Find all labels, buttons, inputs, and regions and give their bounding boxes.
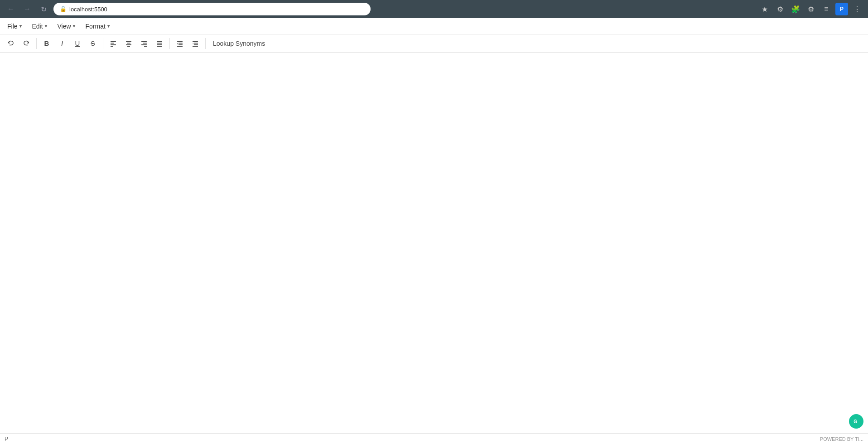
profile-icon[interactable]: P [835, 3, 848, 15]
underline-icon: U [75, 39, 80, 47]
separator-3 [169, 38, 170, 49]
menu-format[interactable]: Format ▼ [82, 21, 115, 32]
forward-button[interactable]: → [21, 3, 34, 15]
strikethrough-button[interactable]: S [86, 36, 100, 51]
profile-icon-text: P [840, 6, 844, 12]
lookup-synonyms-label: Lookup Synonyms [213, 40, 265, 47]
puzzle-button[interactable]: ⚙ [805, 3, 817, 15]
svg-rect-10 [141, 44, 147, 45]
menu-bar: File ▼ Edit ▼ View ▼ Format ▼ [0, 18, 868, 34]
align-center-button[interactable] [121, 36, 136, 51]
browser-chrome: ← → ↻ 🔓 localhost:5500 ★ ⚙ 🧩 ⚙ ≡ P ⋮ [0, 0, 868, 18]
svg-rect-6 [126, 44, 131, 45]
separator-1 [36, 38, 37, 49]
url-text: localhost:5500 [69, 6, 107, 13]
svg-rect-17 [178, 43, 183, 43]
align-right-button[interactable] [137, 36, 151, 51]
svg-rect-22 [194, 44, 198, 45]
extensions-button[interactable]: 🧩 [789, 3, 802, 15]
reload-button[interactable]: ↻ [37, 3, 50, 15]
svg-rect-19 [177, 46, 183, 47]
outdent-button[interactable] [188, 36, 203, 51]
svg-rect-15 [157, 46, 162, 47]
svg-rect-20 [193, 41, 198, 42]
svg-rect-3 [111, 46, 113, 47]
toolbar: B I U S [0, 34, 868, 53]
strikethrough-icon: S [91, 40, 95, 47]
svg-text:G: G [854, 419, 857, 424]
menu-edit-chevron: ▼ [44, 24, 48, 29]
separator-2 [103, 38, 103, 49]
bold-button[interactable]: B [39, 36, 54, 51]
svg-rect-8 [141, 41, 147, 42]
svg-rect-7 [127, 46, 130, 47]
menu-file-chevron: ▼ [19, 24, 23, 29]
svg-rect-2 [111, 44, 116, 45]
editor-content[interactable] [9, 62, 859, 424]
svg-rect-4 [126, 41, 131, 42]
svg-rect-11 [144, 46, 147, 47]
menu-view-chevron: ▼ [72, 24, 77, 29]
align-left-button[interactable] [106, 36, 121, 51]
svg-rect-9 [143, 43, 147, 43]
settings-button[interactable]: ⚙ [774, 3, 786, 15]
editor-area[interactable] [0, 53, 868, 433]
menu-edit-label: Edit [32, 23, 43, 30]
svg-rect-21 [194, 43, 198, 43]
bookmark-button[interactable]: ★ [758, 3, 771, 15]
indent-button[interactable] [173, 36, 187, 51]
address-bar[interactable]: 🔓 localhost:5500 [53, 3, 371, 15]
menu-file[interactable]: File ▼ [4, 21, 26, 32]
menu-format-chevron: ▼ [106, 24, 111, 29]
svg-rect-16 [177, 41, 183, 42]
lookup-synonyms-button[interactable]: Lookup Synonyms [208, 38, 270, 49]
status-bar: P POWERED BY TI... [0, 433, 868, 444]
svg-rect-12 [157, 41, 162, 42]
redo-button[interactable] [19, 36, 34, 51]
lock-icon: 🔓 [60, 6, 67, 12]
browser-right-icons: ★ ⚙ 🧩 ⚙ ≡ P ⋮ [758, 3, 863, 15]
grammarly-button[interactable]: G [849, 414, 863, 429]
svg-rect-14 [157, 44, 162, 45]
separator-4 [205, 38, 206, 49]
back-button[interactable]: ← [5, 3, 17, 15]
italic-button[interactable]: I [55, 36, 69, 51]
underline-button[interactable]: U [70, 36, 85, 51]
browser-menu-button[interactable]: ⋮ [851, 3, 863, 15]
menu-format-label: Format [86, 23, 106, 30]
svg-rect-13 [157, 43, 162, 43]
undo-button[interactable] [4, 36, 18, 51]
svg-rect-23 [193, 46, 198, 47]
align-justify-button[interactable] [152, 36, 167, 51]
menu-file-label: File [7, 23, 18, 30]
menu-view[interactable]: View ▼ [54, 21, 80, 32]
svg-rect-5 [127, 43, 130, 43]
svg-rect-1 [111, 43, 114, 43]
paragraph-indicator: P [5, 436, 8, 442]
powered-by-label: POWERED BY TI... [820, 436, 863, 442]
italic-icon: I [61, 39, 63, 47]
menu-view-label: View [58, 23, 71, 30]
svg-rect-0 [111, 41, 116, 42]
svg-rect-18 [178, 44, 183, 45]
menu-lines-button[interactable]: ≡ [820, 3, 833, 15]
bold-icon: B [44, 39, 49, 47]
menu-edit[interactable]: Edit ▼ [28, 21, 52, 32]
